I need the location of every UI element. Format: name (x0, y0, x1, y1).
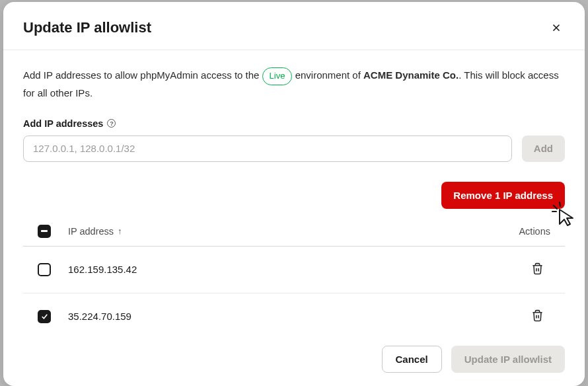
add-ip-label: Add IP addresses ? (23, 118, 565, 129)
select-all-checkbox[interactable] (38, 225, 51, 238)
org-name: ACME Dynamite Co. (363, 69, 459, 81)
delete-row-button[interactable] (529, 260, 546, 280)
add-ip-label-text: Add IP addresses (23, 118, 103, 129)
column-header-ip[interactable]: IP address ↑ (68, 226, 519, 237)
cancel-button[interactable]: Cancel (382, 346, 442, 373)
column-header-actions: Actions (519, 226, 550, 237)
modal-header: Update IP allowlist (3, 2, 585, 50)
modal-body: Add IP addresses to allow phpMyAdmin acc… (3, 50, 585, 334)
desc-mid: environment of (295, 69, 363, 81)
trash-icon (531, 262, 544, 275)
remove-ip-button[interactable]: Remove 1 IP address (441, 182, 565, 209)
column-header-ip-text: IP address (68, 226, 114, 237)
ip-allowlist-modal: Update IP allowlist Add IP addresses to … (3, 2, 585, 386)
row-ip-address: 162.159.135.42 (68, 264, 529, 275)
table-row: 35.224.70.159 (23, 293, 565, 334)
delete-row-button[interactable] (529, 307, 546, 327)
trash-icon (531, 309, 544, 322)
modal-footer: Cancel Update IP allowlist (3, 334, 585, 386)
update-button[interactable]: Update IP allowlist (451, 346, 565, 373)
row-checkbox[interactable] (38, 263, 51, 276)
help-icon[interactable]: ? (107, 119, 116, 128)
modal-title: Update IP allowlist (23, 19, 151, 36)
row-checkbox[interactable] (38, 310, 51, 323)
row-ip-address: 35.224.70.159 (68, 311, 529, 322)
table-row: 162.159.135.42 (23, 247, 565, 293)
environment-badge: Live (262, 67, 293, 85)
table-header: IP address ↑ Actions (23, 217, 565, 247)
close-button[interactable] (548, 19, 565, 36)
desc-prefix: Add IP addresses to allow phpMyAdmin acc… (23, 69, 262, 81)
sort-asc-icon: ↑ (118, 226, 122, 236)
add-button[interactable]: Add (522, 135, 565, 162)
ip-input[interactable] (23, 135, 512, 162)
close-icon (550, 22, 562, 34)
add-ip-row: Add (23, 135, 565, 162)
remove-row: Remove 1 IP address (23, 182, 565, 209)
modal-description: Add IP addresses to allow phpMyAdmin acc… (23, 67, 565, 101)
